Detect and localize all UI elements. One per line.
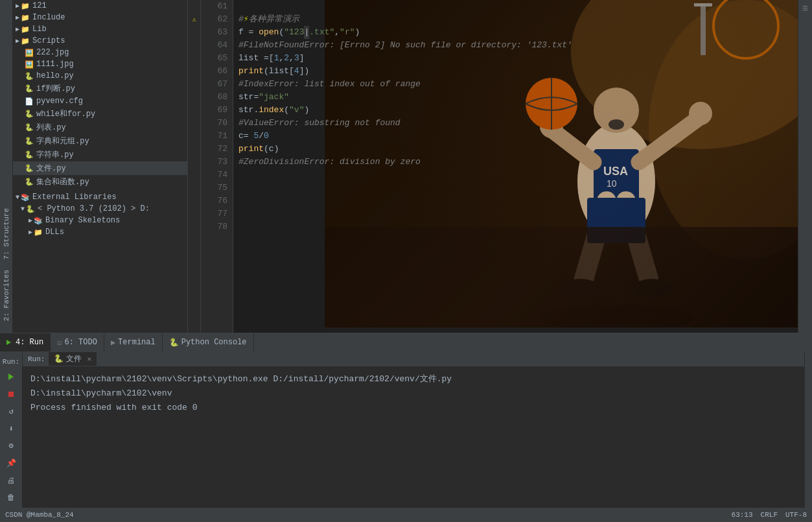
sidebar-item-pyvenv-cfg[interactable]: 📄 pyvenv.cfg bbox=[13, 95, 187, 107]
sidebar-item-dict-py[interactable]: 🐍 字典和元组.py bbox=[13, 134, 187, 148]
right-toolbar: ☰ bbox=[798, 0, 812, 333]
sidebar-item-scripts[interactable]: ▶ 📁 Scripts bbox=[13, 35, 187, 47]
run-scroll-end-button[interactable]: ⬇ bbox=[4, 423, 18, 435]
code-line-78 bbox=[238, 220, 793, 233]
sidebar-item-list-py[interactable]: 🐍 列表.py bbox=[13, 121, 187, 134]
terminal-tab-label: Terminal bbox=[118, 338, 156, 347]
sidebar-item-collections-py[interactable]: 🐍 集合和函数.py bbox=[13, 175, 187, 189]
code-line-66: print(list[4]) bbox=[238, 65, 793, 78]
code-line-62: #⚡各种异常演示 bbox=[238, 13, 793, 26]
output-line-1: D:\install\pycharm\2102\venv\Scripts\pyt… bbox=[30, 372, 796, 386]
run-tab[interactable]: 4: Run bbox=[0, 333, 51, 351]
run-tab-label: 4: Run bbox=[16, 338, 43, 347]
status-bar: CSDN @Mamba_8_24 63:13 CRLF UTF-8 bbox=[0, 508, 812, 522]
code-editor-content[interactable]: #⚡各种异常演示 f = open("123|.txt","r") #FileN… bbox=[233, 0, 798, 333]
run-rerun-button[interactable]: ↺ bbox=[4, 405, 18, 418]
sidebar-item-external-libs[interactable]: ▼ 📚 External Libraries bbox=[13, 191, 187, 203]
todo-icon: ☑ bbox=[57, 338, 62, 348]
python-console-tab-label: Python Console bbox=[181, 338, 247, 347]
output-line-4: Process finished with exit code 0 bbox=[30, 401, 796, 415]
output-line-2: D:\install\pycharm\2102\venv bbox=[30, 386, 796, 401]
sidebar-item-lib[interactable]: ▶ 📁 Lib bbox=[13, 23, 187, 35]
bottom-tab-bar: 4: Run ☑ 6: TODO ▶ Terminal 🐍 Python Con… bbox=[0, 333, 812, 351]
code-line-71: c= 5/0 bbox=[238, 130, 793, 143]
python-console-tab[interactable]: 🐍 Python Console bbox=[163, 333, 254, 351]
code-line-64: #FileNotFoundError: [Errno 2] No such fi… bbox=[238, 39, 793, 52]
run-play-button[interactable] bbox=[4, 371, 18, 383]
sidebar-item-222jpg[interactable]: 🖼️ 222.jpg bbox=[13, 47, 187, 58]
file-encoding: UTF-8 bbox=[785, 511, 807, 519]
terminal-icon: ▶ bbox=[111, 338, 115, 348]
run-file-close[interactable]: ✕ bbox=[87, 355, 91, 363]
sidebar-item-file-py[interactable]: 🐍 文件.py bbox=[13, 161, 187, 175]
python-console-icon: 🐍 bbox=[169, 338, 179, 348]
code-line-75 bbox=[238, 182, 793, 195]
sidebar-item-hello-py[interactable]: 🐍 hello.py bbox=[13, 70, 187, 82]
vertical-tab-favorites[interactable]: 2: Favorites bbox=[1, 265, 12, 326]
run-pin-button[interactable]: 📌 bbox=[4, 457, 18, 469]
file-tree: ▶ 📁 121 ▶ 📁 Include ▶ 📁 Lib ▶ 📁 Scripts … bbox=[13, 0, 188, 333]
sidebar-item-121[interactable]: ▶ 📁 121 bbox=[13, 0, 187, 12]
todo-tab[interactable]: ☑ 6: TODO bbox=[51, 333, 104, 351]
run-panel: Run: ↺ ⬇ ⚙ 📌 🖨 🗑 Run: 🐍 文件 ✕ bbox=[0, 351, 812, 508]
run-stop-button[interactable] bbox=[4, 388, 18, 401]
run-output: D:\install\pycharm\2102\venv\Scripts\pyt… bbox=[23, 367, 804, 508]
code-line-61 bbox=[238, 0, 793, 13]
run-settings-button[interactable]: ⚙ bbox=[4, 440, 18, 453]
line-numbers: 61 62 63 64 65 66 67 68 69 70 71 72 73 7… bbox=[201, 0, 233, 333]
code-line-69: str.index("v") bbox=[238, 104, 793, 117]
status-bar-left: CSDN @Mamba_8_24 bbox=[5, 511, 74, 519]
bottom-panel: 4: Run ☑ 6: TODO ▶ Terminal 🐍 Python Con… bbox=[0, 333, 812, 508]
sidebar-item-str-py[interactable]: 🐍 字符串.py bbox=[13, 148, 187, 161]
vertical-tab-structure[interactable]: 7: Structure bbox=[1, 203, 12, 265]
code-line-77 bbox=[238, 208, 793, 220]
run-active-file-tab[interactable]: 🐍 文件 ✕ bbox=[49, 352, 97, 366]
run-play-icon bbox=[6, 340, 11, 345]
terminal-tab[interactable]: ▶ Terminal bbox=[104, 333, 163, 351]
run-panel-label: Run: bbox=[28, 355, 45, 363]
sidebar-item-python37[interactable]: ▼ 🐍 < Python 3.7 (2102) > D: bbox=[13, 203, 187, 215]
code-line-70: #ValueError: substring not found bbox=[238, 117, 793, 130]
run-toolbar: Run: ↺ ⬇ ⚙ 📌 🖨 🗑 bbox=[0, 351, 23, 508]
sidebar-item-dlls[interactable]: ▶ 📁 DLLs bbox=[13, 226, 187, 238]
sidebar-item-include[interactable]: ▶ 📁 Include bbox=[13, 12, 187, 23]
run-clear-button[interactable]: 🗑 bbox=[4, 492, 18, 504]
code-line-73: #ZeroDivisionError: division by zero bbox=[238, 156, 793, 169]
code-line-63: f = open("123|.txt","r") bbox=[238, 26, 793, 39]
sidebar-item-binary-skeletons[interactable]: ▶ 📚 Binary Skeletons bbox=[13, 215, 187, 226]
run-label: Run: bbox=[0, 355, 22, 366]
status-bar-right: 63:13 CRLF UTF-8 bbox=[732, 511, 807, 519]
output-scrollbar[interactable] bbox=[804, 351, 812, 508]
code-line-68: str="jack" bbox=[238, 91, 793, 104]
run-print-button[interactable]: 🖨 bbox=[4, 475, 18, 487]
sidebar-item-while-py[interactable]: 🐍 while和for.py bbox=[13, 107, 187, 121]
code-line-76 bbox=[238, 195, 793, 208]
line-separator: CRLF bbox=[761, 511, 778, 519]
code-line-74 bbox=[238, 169, 793, 182]
editor-gutter: ⚠ bbox=[188, 0, 201, 333]
code-line-72: print(c) bbox=[238, 143, 793, 156]
git-branch: CSDN @Mamba_8_24 bbox=[5, 511, 74, 519]
code-line-67: #IndexError: list index out of range bbox=[238, 78, 793, 91]
right-toolbar-btn-1[interactable]: ☰ bbox=[800, 3, 811, 14]
cursor-position: 63:13 bbox=[732, 511, 753, 519]
code-line-65: list =[1,2,3] bbox=[238, 52, 793, 65]
sidebar-item-if-py[interactable]: 🐍 if判断.py bbox=[13, 82, 187, 95]
sidebar-item-1111jpg[interactable]: 🖼️ 1111.jpg bbox=[13, 58, 187, 70]
run-file-icon: 🐍 bbox=[54, 354, 64, 364]
todo-tab-label: 6: TODO bbox=[64, 338, 97, 347]
